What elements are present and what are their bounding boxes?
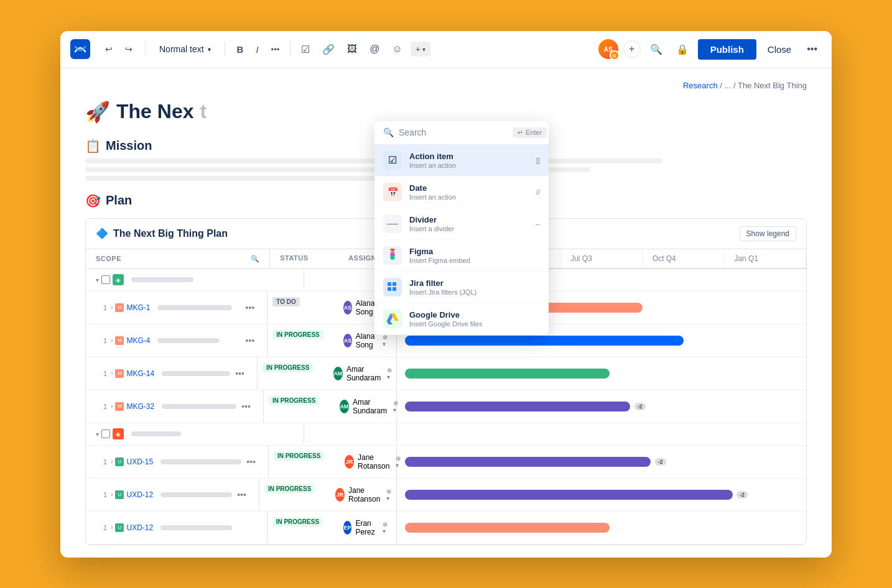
image-button[interactable]: 🖼 <box>343 40 361 58</box>
more-button[interactable]: ••• <box>233 369 247 379</box>
expand-icon[interactable]: › <box>111 458 113 465</box>
row-left: 1 › M MKG-4 ••• IN PROGRESS AS <box>86 324 397 357</box>
row-num: 1 <box>103 304 107 311</box>
add-collaborator-button[interactable]: + <box>623 40 641 58</box>
assignee-name: Jane Rotanson <box>358 453 392 471</box>
issue-key[interactable]: UXD-12 <box>126 490 153 499</box>
app-window: ↩ ↪ Normal text ▾ B I ••• ☑ 🔗 🖼 <box>60 31 832 558</box>
expand-icon[interactable]: › <box>111 304 113 311</box>
issue-key[interactable]: MKG-14 <box>126 369 154 378</box>
expand-icon[interactable]: › <box>111 491 113 498</box>
table-row: 1 › U UXD-12 IN PROGRESS EP E <box>86 512 806 544</box>
insert-plus-button[interactable]: + ▾ <box>411 42 430 57</box>
date-icon: 📅 <box>383 183 402 201</box>
expand-icon[interactable]: › <box>111 524 113 531</box>
status-cell: TO DO <box>267 292 336 324</box>
expand-icon[interactable]: › <box>111 403 113 410</box>
dropdown-item-date[interactable]: 📅 Date Insert an action // <box>374 177 549 208</box>
expand-icon[interactable]: › <box>111 370 113 377</box>
row-left: 1 › U UXD-15 ••• IN PROGRESS JR <box>86 446 397 478</box>
row-checkbox[interactable] <box>101 430 110 438</box>
issue-type-icon: M <box>115 402 124 411</box>
text-style-dropdown[interactable]: Normal text ▾ <box>153 40 217 58</box>
status-header: Status <box>270 249 338 269</box>
undo-button[interactable]: ↩ <box>100 40 118 58</box>
close-button[interactable]: Close <box>761 40 797 58</box>
more-button[interactable]: ••• <box>243 336 258 346</box>
row-fields: IN PROGRESS JR Jane Rotanson ⊕ ▾ <box>268 446 410 478</box>
assignee-avatar: AS <box>343 334 351 347</box>
bold-button[interactable]: B <box>233 41 248 58</box>
row-num: 1 <box>103 491 107 498</box>
user-avatar-group: AS G <box>598 39 618 59</box>
dropdown-item-action[interactable]: ☑ Action item Insert an action [] <box>374 145 549 177</box>
issue-key[interactable]: UXD-12 <box>126 523 153 532</box>
figma-icon <box>383 246 402 265</box>
more-button[interactable]: ••• <box>244 457 258 467</box>
issue-key[interactable]: MKG-32 <box>126 402 154 411</box>
row-right <box>397 371 806 376</box>
assignee-expand[interactable]: ⊕ ▾ <box>383 521 389 535</box>
enter-icon: ↵ <box>518 129 523 137</box>
assignee-expand[interactable]: ⊕ ▾ <box>386 488 393 502</box>
row-num: 1 <box>103 337 107 344</box>
row-fields: IN PROGRESS AM Amar Sundaram ⊕ ▾ <box>257 357 401 390</box>
redo-button[interactable]: ↪ <box>120 40 137 58</box>
table-row: 1 › U UXD-12 ••• IN PROGRESS JR <box>86 479 806 512</box>
issue-type-icon: U <box>115 457 124 466</box>
more-format-button[interactable]: ••• <box>267 42 284 57</box>
row-text <box>157 305 232 310</box>
row-scope: 1 › M MKG-14 ••• <box>86 357 257 390</box>
content-line-1 <box>85 158 662 163</box>
dropdown-item-jira[interactable]: Jira filter Insert Jira filters (JQL) <box>374 272 549 303</box>
at-icon: @ <box>369 44 379 55</box>
expand-icon[interactable]: › <box>111 337 113 344</box>
assignee-expand[interactable]: ⊕ ▾ <box>387 367 394 380</box>
confluence-logo[interactable] <box>70 39 90 59</box>
show-legend-button[interactable]: Show legend <box>740 226 796 241</box>
assignee-name: Amar Sundaram <box>346 365 384 382</box>
text-style-label: Normal text <box>159 44 204 54</box>
search-button[interactable]: 🔍 <box>646 40 667 58</box>
row-right <box>397 525 806 530</box>
divider-2 <box>225 42 225 57</box>
badge: -2 <box>634 403 646 410</box>
issue-key[interactable]: MKG-4 <box>126 336 150 345</box>
dropdown-item-drive[interactable]: Google Drive Insert Google Drive files <box>374 303 549 335</box>
row-fields: IN PROGRESS AM Amar Sundaram ⊕ ▾ <box>263 390 407 423</box>
row-text <box>162 371 230 376</box>
badge: -2 <box>736 491 748 498</box>
expand-icon[interactable]: ▾ <box>96 277 99 283</box>
issue-type-icon: M <box>115 303 124 312</box>
breadcrumb-research[interactable]: Research <box>683 81 718 90</box>
status-cell: IN PROGRESS <box>267 512 336 544</box>
row-checkbox[interactable] <box>101 275 110 284</box>
emoji-button[interactable]: ☺ <box>388 40 407 58</box>
more-options-button[interactable]: ••• <box>802 40 822 58</box>
more-button[interactable]: ••• <box>235 490 249 500</box>
assignee-info: AM Amar Sundaram ⊕ ▾ <box>335 394 405 419</box>
more-button[interactable]: ••• <box>239 402 253 411</box>
plan-emoji: 🎯 <box>85 193 101 208</box>
issue-type-icon: M <box>115 369 124 378</box>
search-input[interactable] <box>399 127 508 137</box>
lock-button[interactable]: 🔒 <box>672 40 693 58</box>
dropdown-item-figma[interactable]: Figma Insert Figma embed <box>374 240 549 272</box>
assignee-expand[interactable]: ⊕ ▾ <box>383 334 389 347</box>
expand-icon[interactable]: ▾ <box>96 431 99 438</box>
search-icon-scope[interactable]: 🔍 <box>251 255 260 263</box>
status-cell: IN PROGRESS <box>267 324 336 357</box>
publish-button[interactable]: Publish <box>698 39 756 60</box>
task-button[interactable]: ☑ <box>297 40 314 58</box>
mention-button[interactable]: @ <box>365 40 384 58</box>
issue-key[interactable]: MKG-1 <box>126 303 150 312</box>
svg-rect-5 <box>393 287 396 291</box>
dropdown-item-divider[interactable]: — Divider Insert a divider -- <box>374 208 549 240</box>
page-title: 🚀 The Next <box>85 100 807 124</box>
italic-button[interactable]: I <box>251 41 262 58</box>
lock-icon: 🔒 <box>676 44 689 55</box>
link-button[interactable]: 🔗 <box>318 40 339 58</box>
more-button[interactable]: ••• <box>243 303 258 313</box>
issue-key[interactable]: UXD-15 <box>126 457 153 466</box>
plus-icon: + <box>416 44 420 54</box>
